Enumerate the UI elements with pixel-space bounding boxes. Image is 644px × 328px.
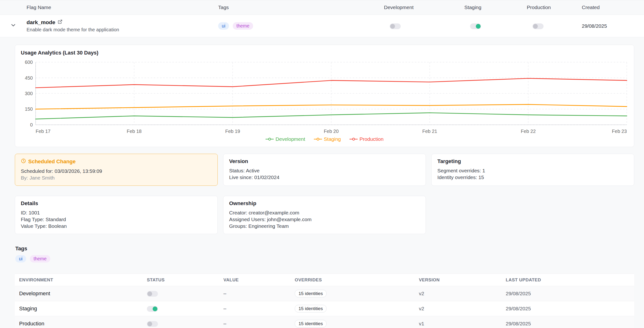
chart-legend: DevelopmentStagingProduction: [21, 136, 628, 142]
svg-text:600: 600: [25, 59, 33, 65]
svg-text:150: 150: [25, 106, 33, 112]
version-card: Version Status: Active Live since: 01/02…: [223, 154, 426, 186]
legend-item[interactable]: Production: [350, 136, 384, 142]
development-toggle[interactable]: [390, 23, 401, 29]
details-id: ID: 1001: [21, 209, 212, 216]
info-cards-row-2: Details ID: 1001 Flag Type: Standard Val…: [15, 196, 634, 234]
overrides-badge[interactable]: 15 identities: [295, 320, 326, 328]
legend-marker-icon: [314, 137, 322, 141]
scheduled-for-text: Scheduled for: 03/03/2026, 13:59:09: [21, 168, 212, 175]
environments-table: ENVIRONMENT STATUS VALUE OVERRIDES VERSI…: [15, 274, 634, 328]
ownership-groups: Groups: Engineering Team: [229, 223, 420, 230]
details-title: Details: [21, 200, 212, 207]
development-status-toggle[interactable]: [147, 291, 158, 297]
identity-overrides: Identity overrides: 15: [437, 174, 628, 181]
svg-text:Feb 21: Feb 21: [422, 129, 437, 134]
svg-text:450: 450: [25, 75, 33, 81]
flag-list-header: Flag Name Tags Development Staging Produ…: [0, 0, 644, 15]
tags-section: Tags ui theme: [15, 246, 634, 263]
staging-status-toggle[interactable]: [147, 306, 158, 312]
svg-text:Feb 23: Feb 23: [612, 129, 627, 134]
env-col-overrides: OVERRIDES: [295, 277, 419, 283]
col-tags: Tags: [218, 4, 384, 10]
production-status-toggle[interactable]: [147, 321, 158, 327]
env-last-updated: 29/08/2025: [506, 291, 634, 297]
legend-marker-icon: [350, 137, 358, 141]
version-live-since: Live since: 01/02/2024: [229, 174, 420, 181]
version-title: Version: [229, 158, 420, 164]
version-status: Status: Active: [229, 167, 420, 174]
created-date: 29/08/2025: [582, 23, 644, 29]
tag-theme[interactable]: theme: [30, 255, 50, 263]
environments-table-header: ENVIRONMENT STATUS VALUE OVERRIDES VERSI…: [15, 274, 634, 286]
env-version: v2: [419, 306, 506, 312]
col-development: Development: [384, 4, 464, 10]
overrides-badge[interactable]: 15 identities: [295, 290, 326, 298]
targeting-card: Targeting Segment overrides: 1 Identity …: [431, 154, 634, 186]
info-cards-row-1: Scheduled Change Scheduled for: 03/03/20…: [15, 154, 634, 186]
external-link-icon[interactable]: [58, 19, 62, 25]
svg-text:Feb 20: Feb 20: [324, 129, 338, 134]
svg-text:Feb 22: Feb 22: [521, 129, 536, 134]
svg-text:Feb 18: Feb 18: [127, 129, 142, 134]
env-col-environment: ENVIRONMENT: [19, 277, 147, 283]
ownership-card: Ownership Creator: creator@example.com A…: [223, 196, 426, 234]
env-last-updated: 29/08/2025: [506, 321, 634, 327]
env-value: –: [224, 306, 295, 312]
table-row: Staging – 15 identities v2 29/08/2025: [15, 301, 634, 316]
svg-text:Feb 19: Feb 19: [225, 129, 240, 134]
scheduled-by-text: By: Jane Smith: [21, 175, 212, 181]
col-production: Production: [527, 4, 582, 10]
tag-ui[interactable]: ui: [218, 22, 229, 30]
env-last-updated: 29/08/2025: [506, 306, 634, 312]
svg-text:300: 300: [25, 91, 33, 96]
overrides-badge[interactable]: 15 identities: [295, 305, 326, 313]
chart-title: Usage Analytics (Last 30 Days): [21, 50, 628, 56]
ownership-title: Ownership: [229, 200, 420, 207]
clock-icon: [21, 158, 26, 165]
chevron-down-icon[interactable]: [10, 22, 16, 30]
usage-analytics-card: Usage Analytics (Last 30 Days) 015030045…: [15, 45, 634, 147]
table-row: Production – 15 identities v1 29/08/2025: [15, 316, 634, 328]
env-version: v1: [419, 321, 506, 327]
staging-toggle[interactable]: [470, 23, 481, 29]
legend-item[interactable]: Staging: [314, 136, 341, 142]
ownership-creator: Creator: creator@example.com: [229, 209, 420, 216]
production-toggle[interactable]: [532, 23, 544, 29]
col-flag-name: Flag Name: [26, 4, 218, 10]
flag-row[interactable]: dark_mode Enable dark mode theme for the…: [0, 15, 644, 37]
svg-text:Feb 17: Feb 17: [36, 129, 50, 134]
env-col-value: VALUE: [224, 277, 295, 283]
flag-name: dark_mode: [26, 19, 55, 25]
details-card: Details ID: 1001 Flag Type: Standard Val…: [15, 196, 218, 234]
segment-overrides: Segment overrides: 1: [437, 167, 628, 174]
details-flag-type: Flag Type: Standard: [21, 216, 212, 223]
col-staging: Staging: [464, 4, 527, 10]
env-col-status: STATUS: [147, 277, 224, 283]
env-name: Development: [19, 291, 147, 297]
svg-text:0: 0: [30, 122, 33, 127]
env-value: –: [224, 291, 295, 297]
usage-line-chart: 0150300450600Feb 17Feb 18Feb 19Feb 20Feb…: [21, 59, 628, 136]
scheduled-change-title: Scheduled Change: [21, 158, 212, 165]
details-value-type: Value Type: Boolean: [21, 223, 212, 230]
tags-section-title: Tags: [15, 246, 634, 252]
targeting-title: Targeting: [437, 158, 628, 164]
env-col-last-updated: LAST UPDATED: [506, 277, 634, 283]
table-row: Development – 15 identities v2 29/08/202…: [15, 286, 634, 301]
scheduled-change-card: Scheduled Change Scheduled for: 03/03/20…: [15, 154, 218, 186]
flag-description: Enable dark mode theme for the applicati…: [26, 27, 218, 32]
env-value: –: [224, 321, 295, 327]
tag-theme[interactable]: theme: [233, 22, 253, 30]
env-name: Staging: [19, 306, 147, 312]
legend-item[interactable]: Development: [266, 136, 305, 142]
col-created: Created: [582, 4, 644, 10]
env-col-version: VERSION: [419, 277, 506, 283]
legend-marker-icon: [266, 137, 274, 141]
env-name: Production: [19, 321, 147, 327]
ownership-assigned-users: Assigned Users: john@example.com: [229, 216, 420, 223]
tag-ui[interactable]: ui: [15, 255, 26, 263]
empty-card-slot: [431, 196, 634, 234]
env-version: v2: [419, 291, 506, 297]
